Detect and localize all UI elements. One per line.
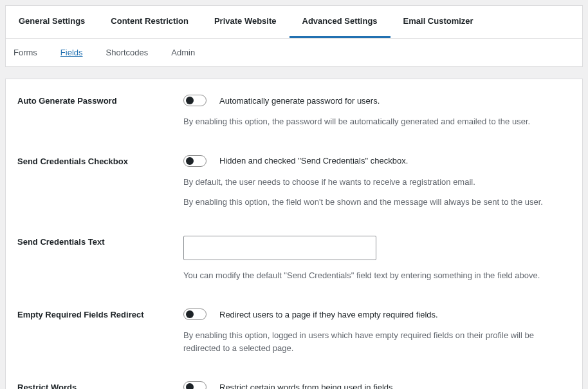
- field-auto-generate-password: Auto Generate Password Automatically gen…: [17, 95, 571, 128]
- field-empty-required-fields-redirect: Empty Required Fields Redirect Redirect …: [17, 308, 571, 354]
- field-label: Restrict Words: [17, 381, 183, 389]
- sub-tabs: Forms Fields Shortcodes Admin: [5, 39, 583, 67]
- toggle-knob: [186, 157, 194, 165]
- field-label: Auto Generate Password: [17, 95, 183, 128]
- field-restrict-words: Restrict Words Restrict certain words fr…: [17, 381, 571, 389]
- send-credentials-text-input[interactable]: [183, 236, 376, 260]
- help-text: By default, the user needs to choose if …: [183, 176, 571, 189]
- field-label: Send Credentials Text: [17, 236, 183, 282]
- inline-description: Redirect users to a page if they have em…: [219, 310, 438, 319]
- toggle-knob: [186, 383, 194, 389]
- help-text: By enabling this option, the field won't…: [183, 196, 571, 209]
- subtab-shortcodes[interactable]: Shortcodes: [106, 48, 149, 57]
- inline-description: Automatically generate password for user…: [219, 96, 380, 106]
- tab-general-settings[interactable]: General Settings: [6, 6, 98, 38]
- toggle-restrict-words[interactable]: [183, 381, 207, 389]
- field-send-credentials-checkbox: Send Credentials Checkbox Hidden and che…: [17, 155, 571, 209]
- field-send-credentials-text: Send Credentials Text You can modify the…: [17, 236, 571, 282]
- subtab-forms[interactable]: Forms: [14, 48, 37, 57]
- tab-content-restriction[interactable]: Content Restriction: [98, 6, 201, 38]
- main-tabs: General Settings Content Restriction Pri…: [5, 5, 583, 39]
- toggle-knob: [186, 97, 194, 104]
- toggle-auto-generate-password[interactable]: [183, 95, 207, 106]
- toggle-empty-required-fields-redirect[interactable]: [183, 308, 207, 320]
- toggle-send-credentials-checkbox[interactable]: [183, 155, 207, 167]
- inline-description: Hidden and checked "Send Credentials" ch…: [219, 156, 408, 166]
- help-text: By enabling this option, logged in users…: [183, 329, 571, 354]
- tab-private-website[interactable]: Private Website: [201, 6, 289, 38]
- inline-description: Restrict certain words from being used i…: [219, 383, 395, 390]
- tab-advanced-settings[interactable]: Advanced Settings: [289, 6, 390, 38]
- field-label: Empty Required Fields Redirect: [17, 308, 183, 354]
- help-text: By enabling this option, the password wi…: [183, 115, 571, 128]
- help-text: You can modify the default "Send Credent…: [183, 269, 571, 282]
- toggle-knob: [186, 310, 194, 318]
- settings-panel: Auto Generate Password Automatically gen…: [5, 79, 583, 389]
- subtab-fields[interactable]: Fields: [60, 48, 83, 57]
- field-label: Send Credentials Checkbox: [17, 155, 183, 209]
- tab-email-customizer[interactable]: Email Customizer: [390, 6, 486, 38]
- subtab-admin[interactable]: Admin: [171, 48, 195, 57]
